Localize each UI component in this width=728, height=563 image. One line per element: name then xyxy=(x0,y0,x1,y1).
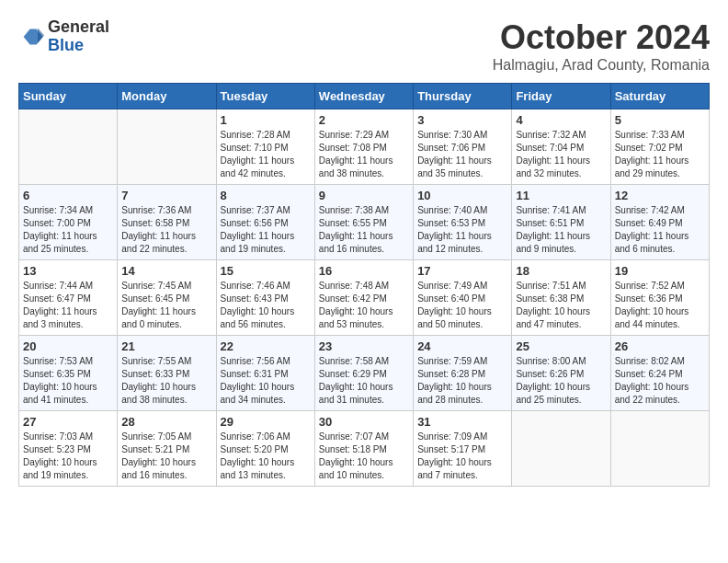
calendar-cell: 14Sunrise: 7:45 AM Sunset: 6:45 PM Dayli… xyxy=(118,260,216,336)
day-number: 27 xyxy=(23,415,113,429)
calendar-week-5: 27Sunrise: 7:03 AM Sunset: 5:23 PM Dayli… xyxy=(19,411,710,487)
day-info: Sunrise: 8:00 AM Sunset: 6:26 PM Dayligh… xyxy=(516,355,606,407)
calendar-cell: 1Sunrise: 7:28 AM Sunset: 7:10 PM Daylig… xyxy=(216,109,314,185)
calendar-cell: 4Sunrise: 7:32 AM Sunset: 7:04 PM Daylig… xyxy=(512,109,610,185)
day-info: Sunrise: 7:58 AM Sunset: 6:29 PM Dayligh… xyxy=(319,355,409,407)
location: Halmagiu, Arad County, Romania xyxy=(493,57,710,74)
day-info: Sunrise: 7:52 AM Sunset: 6:36 PM Dayligh… xyxy=(615,280,705,331)
svg-marker-1 xyxy=(38,28,44,43)
header-wednesday: Wednesday xyxy=(314,84,413,109)
calendar-week-1: 1Sunrise: 7:28 AM Sunset: 7:10 PM Daylig… xyxy=(19,109,710,185)
calendar-cell: 16Sunrise: 7:48 AM Sunset: 6:42 PM Dayli… xyxy=(314,260,413,336)
calendar-cell: 21Sunrise: 7:55 AM Sunset: 6:33 PM Dayli… xyxy=(118,336,216,411)
title-block: October 2024 Halmagiu, Arad County, Roma… xyxy=(493,18,710,74)
day-info: Sunrise: 7:37 AM Sunset: 6:56 PM Dayligh… xyxy=(221,204,311,256)
calendar-cell: 10Sunrise: 7:40 AM Sunset: 6:53 PM Dayli… xyxy=(414,185,512,260)
day-info: Sunrise: 7:09 AM Sunset: 5:17 PM Dayligh… xyxy=(417,431,507,482)
day-number: 10 xyxy=(417,189,507,202)
day-info: Sunrise: 7:48 AM Sunset: 6:42 PM Dayligh… xyxy=(319,280,409,331)
day-info: Sunrise: 7:05 AM Sunset: 5:21 PM Dayligh… xyxy=(121,431,211,482)
day-number: 1 xyxy=(221,113,311,127)
day-info: Sunrise: 7:40 AM Sunset: 6:53 PM Dayligh… xyxy=(417,204,507,256)
logo: General Blue xyxy=(18,18,109,55)
calendar-cell: 26Sunrise: 8:02 AM Sunset: 6:24 PM Dayli… xyxy=(610,336,709,411)
calendar-header-row: SundayMondayTuesdayWednesdayThursdayFrid… xyxy=(19,84,710,109)
calendar-cell: 12Sunrise: 7:42 AM Sunset: 6:49 PM Dayli… xyxy=(610,185,709,260)
calendar-cell: 13Sunrise: 7:44 AM Sunset: 6:47 PM Dayli… xyxy=(19,260,118,336)
header-monday: Monday xyxy=(118,84,216,109)
day-info: Sunrise: 8:02 AM Sunset: 6:24 PM Dayligh… xyxy=(615,355,705,407)
day-number: 8 xyxy=(221,189,311,202)
logo-general-text: General xyxy=(48,17,109,36)
calendar-cell: 30Sunrise: 7:07 AM Sunset: 5:18 PM Dayli… xyxy=(314,411,413,487)
day-number: 13 xyxy=(23,264,113,278)
day-info: Sunrise: 7:56 AM Sunset: 6:31 PM Dayligh… xyxy=(221,355,311,407)
day-info: Sunrise: 7:51 AM Sunset: 6:38 PM Dayligh… xyxy=(516,280,606,331)
calendar-week-2: 6Sunrise: 7:34 AM Sunset: 7:00 PM Daylig… xyxy=(19,185,710,260)
day-number: 29 xyxy=(221,415,311,429)
month-title: October 2024 xyxy=(493,18,710,57)
day-info: Sunrise: 7:46 AM Sunset: 6:43 PM Dayligh… xyxy=(221,280,311,331)
day-info: Sunrise: 7:41 AM Sunset: 6:51 PM Dayligh… xyxy=(516,204,606,256)
day-info: Sunrise: 7:38 AM Sunset: 6:55 PM Dayligh… xyxy=(319,204,409,256)
day-number: 18 xyxy=(516,264,606,278)
day-number: 23 xyxy=(319,339,409,353)
day-number: 17 xyxy=(417,264,507,278)
calendar-cell xyxy=(19,109,118,185)
day-info: Sunrise: 7:36 AM Sunset: 6:58 PM Dayligh… xyxy=(121,204,211,256)
header-saturday: Saturday xyxy=(610,84,709,109)
day-number: 28 xyxy=(121,415,211,429)
calendar-cell: 5Sunrise: 7:33 AM Sunset: 7:02 PM Daylig… xyxy=(610,109,709,185)
day-number: 26 xyxy=(615,339,705,353)
day-number: 22 xyxy=(221,339,311,353)
calendar-cell: 2Sunrise: 7:29 AM Sunset: 7:08 PM Daylig… xyxy=(314,109,413,185)
day-number: 12 xyxy=(615,189,705,202)
calendar-cell xyxy=(610,411,709,487)
day-info: Sunrise: 7:32 AM Sunset: 7:04 PM Dayligh… xyxy=(516,129,606,180)
header-thursday: Thursday xyxy=(414,84,512,109)
calendar-cell: 11Sunrise: 7:41 AM Sunset: 6:51 PM Dayli… xyxy=(512,185,610,260)
calendar-cell: 19Sunrise: 7:52 AM Sunset: 6:36 PM Dayli… xyxy=(610,260,709,336)
day-number: 24 xyxy=(417,339,507,353)
day-info: Sunrise: 7:55 AM Sunset: 6:33 PM Dayligh… xyxy=(121,355,211,407)
day-number: 14 xyxy=(121,264,211,278)
calendar-cell: 28Sunrise: 7:05 AM Sunset: 5:21 PM Dayli… xyxy=(118,411,216,487)
day-number: 2 xyxy=(319,113,409,127)
day-number: 5 xyxy=(615,113,705,127)
calendar-cell: 24Sunrise: 7:59 AM Sunset: 6:28 PM Dayli… xyxy=(414,336,512,411)
calendar-cell: 20Sunrise: 7:53 AM Sunset: 6:35 PM Dayli… xyxy=(19,336,118,411)
day-number: 3 xyxy=(417,113,507,127)
header-tuesday: Tuesday xyxy=(216,84,314,109)
logo-blue-text: Blue xyxy=(48,36,84,54)
day-number: 6 xyxy=(23,189,113,202)
calendar-cell: 27Sunrise: 7:03 AM Sunset: 5:23 PM Dayli… xyxy=(19,411,118,487)
day-info: Sunrise: 7:45 AM Sunset: 6:45 PM Dayligh… xyxy=(121,280,211,331)
day-number: 30 xyxy=(319,415,409,429)
day-number: 21 xyxy=(121,339,211,353)
day-info: Sunrise: 7:53 AM Sunset: 6:35 PM Dayligh… xyxy=(23,355,113,407)
header-sunday: Sunday xyxy=(19,84,118,109)
calendar-week-4: 20Sunrise: 7:53 AM Sunset: 6:35 PM Dayli… xyxy=(19,336,710,411)
calendar-cell: 23Sunrise: 7:58 AM Sunset: 6:29 PM Dayli… xyxy=(314,336,413,411)
day-number: 4 xyxy=(516,113,606,127)
logo-icon xyxy=(18,24,44,50)
calendar-cell: 8Sunrise: 7:37 AM Sunset: 6:56 PM Daylig… xyxy=(216,185,314,260)
day-info: Sunrise: 7:29 AM Sunset: 7:08 PM Dayligh… xyxy=(319,129,409,180)
calendar-week-3: 13Sunrise: 7:44 AM Sunset: 6:47 PM Dayli… xyxy=(19,260,710,336)
day-number: 7 xyxy=(121,189,211,202)
calendar-cell: 6Sunrise: 7:34 AM Sunset: 7:00 PM Daylig… xyxy=(19,185,118,260)
day-info: Sunrise: 7:07 AM Sunset: 5:18 PM Dayligh… xyxy=(319,431,409,482)
calendar-cell: 9Sunrise: 7:38 AM Sunset: 6:55 PM Daylig… xyxy=(314,185,413,260)
calendar-cell: 31Sunrise: 7:09 AM Sunset: 5:17 PM Dayli… xyxy=(414,411,512,487)
day-number: 19 xyxy=(615,264,705,278)
day-info: Sunrise: 7:28 AM Sunset: 7:10 PM Dayligh… xyxy=(221,129,311,180)
day-info: Sunrise: 7:06 AM Sunset: 5:20 PM Dayligh… xyxy=(221,431,311,482)
day-number: 11 xyxy=(516,189,606,202)
calendar-cell: 7Sunrise: 7:36 AM Sunset: 6:58 PM Daylig… xyxy=(118,185,216,260)
page-header: General Blue October 2024 Halmagiu, Arad… xyxy=(18,18,710,74)
day-info: Sunrise: 7:34 AM Sunset: 7:00 PM Dayligh… xyxy=(23,204,113,256)
day-info: Sunrise: 7:33 AM Sunset: 7:02 PM Dayligh… xyxy=(615,129,705,180)
day-number: 25 xyxy=(516,339,606,353)
day-number: 20 xyxy=(23,339,113,353)
day-info: Sunrise: 7:59 AM Sunset: 6:28 PM Dayligh… xyxy=(417,355,507,407)
